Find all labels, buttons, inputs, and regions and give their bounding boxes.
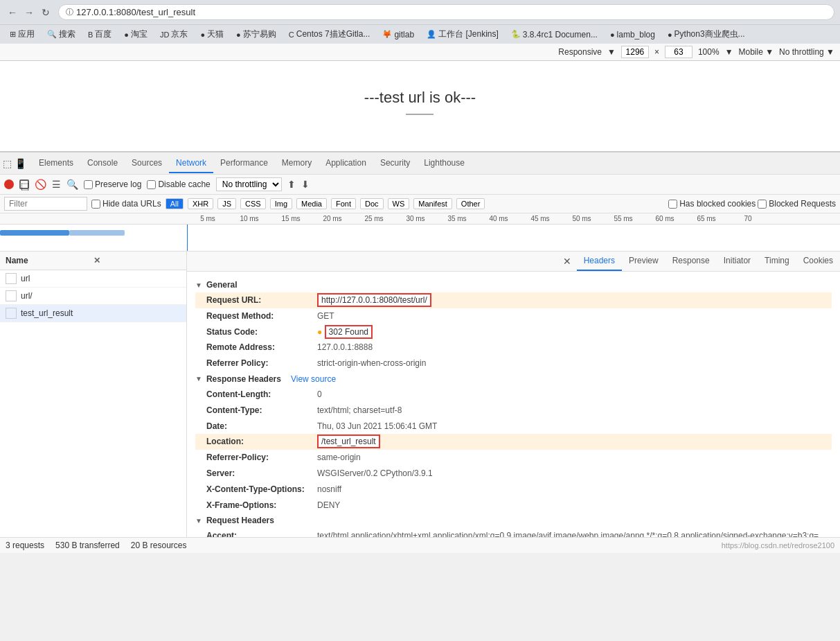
url-text: 127.0.0.1:8080/test_url_result [76, 7, 195, 17]
forward-button[interactable]: → [22, 6, 36, 19]
address-bar[interactable]: ⓘ 127.0.0.1:8080/test_url_result [58, 4, 834, 20]
request-headers-section-header[interactable]: ▼ Request Headers [195, 513, 832, 528]
server-row: Server: WSGIServer/0.2 CPython/3.9.1 [195, 466, 832, 482]
tab-performance[interactable]: Performance [213, 154, 275, 173]
content-type-row: Content-Type: text/html; charset=utf-8 [195, 403, 832, 419]
filter-img[interactable]: Img [270, 198, 292, 209]
file-item-test-url-result[interactable]: test_url_result [0, 305, 186, 322]
filter-all[interactable]: All [166, 198, 184, 209]
request-method-row: Request Method: GET [195, 308, 832, 324]
filter-doc[interactable]: Doc [360, 198, 384, 209]
throttle-select[interactable]: No throttling [216, 177, 282, 191]
has-blocked-cookies-label[interactable]: Has blocked cookies [668, 199, 756, 209]
panel-tab-preview[interactable]: Preview [622, 252, 665, 271]
referrer-policy2-value: same-origin [317, 452, 821, 464]
server-key: Server: [206, 468, 317, 480]
filter-other[interactable]: Other [456, 198, 485, 209]
bookmark-python[interactable]: 🐍 3.8.4rc1 Documen... [507, 28, 602, 41]
bookmark-search[interactable]: 🔍 搜索 [43, 27, 80, 42]
bookmark-jd[interactable]: JD 京东 [156, 27, 192, 42]
import-button[interactable]: ⬆ [287, 179, 296, 190]
request-url-row: Request URL: http://127.0.0.1:8080/test/… [195, 292, 832, 308]
panel-tab-response[interactable]: Response [665, 252, 717, 271]
height-input[interactable] [665, 46, 692, 58]
tab-lighthouse[interactable]: Lighthouse [417, 154, 472, 173]
tab-memory[interactable]: Memory [275, 154, 319, 173]
bookmark-suning[interactable]: ● 苏宁易购 [232, 27, 280, 42]
close-panel-button[interactable]: ✕ [557, 253, 577, 270]
filter-xhr[interactable]: XHR [188, 198, 213, 209]
filter-manifest[interactable]: Manifest [413, 198, 452, 209]
requests-count: 3 requests [6, 541, 44, 550]
blocked-requests-checkbox[interactable] [758, 200, 767, 209]
bookmark-py3[interactable]: ● Python3商业爬虫... [663, 27, 749, 42]
file-icon-url [6, 273, 17, 284]
preserve-log-checkbox[interactable] [84, 180, 93, 189]
filter-css[interactable]: CSS [240, 198, 266, 209]
bookmark-gitlab[interactable]: 🦊 gitlab [378, 28, 418, 41]
panel-tab-cookies[interactable]: Cookies [796, 252, 840, 271]
bookmark-taobao[interactable]: ● 淘宝 [120, 27, 152, 42]
tab-console[interactable]: Console [80, 154, 125, 173]
file-item-url-slash[interactable]: url/ [0, 288, 186, 305]
stop-button[interactable]: ⬚ [19, 179, 29, 189]
main-split-area: Name ✕ url url/ test_url_result [0, 252, 840, 537]
width-input[interactable] [621, 46, 649, 58]
tab-sources[interactable]: Sources [125, 154, 169, 173]
date-key: Date: [206, 421, 317, 432]
bookmark-apps[interactable]: ⊞ 应用 [6, 27, 39, 42]
blocked-requests-label[interactable]: Blocked Requests [758, 199, 836, 209]
hide-data-urls-checkbox[interactable] [91, 200, 100, 209]
response-headers-section-header[interactable]: ▼ Response Headers View source [195, 371, 832, 387]
bookmark-lamb[interactable]: ● lamb_blog [606, 28, 659, 41]
filter-media[interactable]: Media [296, 198, 327, 209]
filter-ws[interactable]: WS [388, 198, 410, 209]
view-source-link[interactable]: View source [291, 374, 336, 384]
general-arrow-icon: ▼ [195, 281, 202, 289]
status-code-row: Status Code: ● 302 Found [195, 324, 832, 340]
file-name-url-slash: url/ [21, 291, 33, 301]
general-section-header[interactable]: ▼ General [195, 277, 832, 292]
preserve-log-label[interactable]: Preserve log [84, 179, 141, 189]
remote-address-key: Remote Address: [206, 342, 317, 353]
filter-font[interactable]: Font [331, 198, 356, 209]
py3-icon: ● [668, 30, 672, 39]
tab-elements[interactable]: Elements [32, 154, 80, 173]
response-headers-title: Response Headers [206, 374, 281, 384]
page-main-text: ---test url is ok--- [364, 75, 476, 122]
search-button[interactable]: 🔍 [66, 179, 78, 190]
request-headers-title: Request Headers [206, 516, 274, 525]
reload-button[interactable]: ↻ [39, 6, 53, 19]
close-file-panel-button[interactable]: ✕ [93, 256, 181, 265]
filter-js[interactable]: JS [217, 198, 236, 209]
clear-button[interactable]: 🚫 [35, 179, 46, 190]
filter-input[interactable] [4, 197, 87, 211]
devtools-mobile-icon[interactable]: 📱 [15, 158, 26, 169]
bookmark-centos[interactable]: C Centos 7描述Gitla... [285, 27, 375, 42]
name-column-header: Name [6, 256, 93, 265]
disable-cache-checkbox[interactable] [147, 180, 156, 189]
bookmark-baidu[interactable]: B 百度 [84, 27, 116, 42]
remote-address-row: Remote Address: 127.0.0.1:8888 [195, 340, 832, 355]
disable-cache-label[interactable]: Disable cache [147, 179, 210, 189]
tab-network[interactable]: Network [169, 154, 213, 173]
record-button[interactable] [4, 179, 14, 189]
tab-application[interactable]: Application [319, 154, 373, 173]
panel-tab-timing[interactable]: Timing [758, 252, 796, 271]
tab-security[interactable]: Security [373, 154, 417, 173]
back-button[interactable]: ← [6, 6, 19, 19]
filter-button[interactable]: ☰ [52, 179, 61, 190]
panel-tab-initiator[interactable]: Initiator [717, 252, 758, 271]
panel-tab-headers[interactable]: Headers [577, 252, 622, 271]
devtools-pointer-icon[interactable]: ⬚ [3, 158, 12, 169]
file-icon-test-url-result [6, 308, 17, 319]
status-code-value: ● 302 Found [317, 326, 821, 338]
has-blocked-cookies-checkbox[interactable] [668, 200, 677, 209]
tl-15ms: 15 ms [270, 215, 312, 222]
date-row: Date: Thu, 03 Jun 2021 15:06:41 GMT [195, 419, 832, 434]
bookmark-jenkins[interactable]: 👤 工作台 [Jenkins] [422, 27, 503, 42]
file-item-url[interactable]: url [0, 270, 186, 288]
export-button[interactable]: ⬇ [301, 179, 310, 190]
hide-data-urls-label[interactable]: Hide data URLs [91, 199, 161, 209]
bookmark-tianmao[interactable]: ● 天猫 [196, 27, 228, 42]
